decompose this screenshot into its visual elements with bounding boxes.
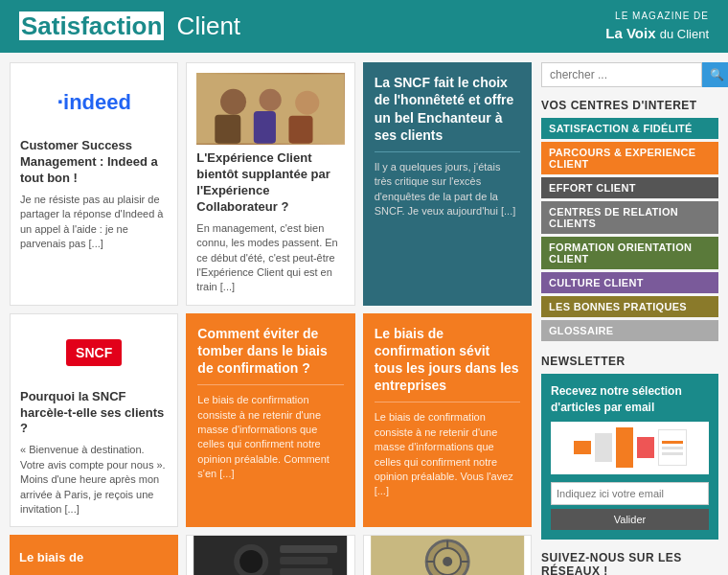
card-biais-2[interactable]: Le biais de confirmation sévit tous les … xyxy=(363,313,532,528)
newsletter-desc: Recevez notre sélection d'articles par e… xyxy=(551,383,709,416)
interest-culture[interactable]: CULTURE CLIENT xyxy=(541,272,718,293)
svg-rect-10 xyxy=(280,545,337,553)
magazine-de-text: LE MAGAZINE DE xyxy=(605,10,709,23)
svg-rect-4 xyxy=(216,115,241,144)
card-sncf-honnete[interactable]: La SNCF fait le choix de l'honnêteté et … xyxy=(363,62,532,306)
card-biais2-excerpt: Le biais de confirmation consiste à ne r… xyxy=(375,410,520,498)
header-magazine-label: LE MAGAZINE DE La Voix du Client xyxy=(605,10,709,43)
card-photo-dark[interactable] xyxy=(186,535,354,575)
site-header: Satisfaction Client LE MAGAZINE DE La Vo… xyxy=(0,0,728,53)
sncf-logo-text: SNCF xyxy=(66,339,122,366)
svg-rect-6 xyxy=(289,116,313,144)
svg-point-1 xyxy=(220,89,246,115)
card-sncf-excerpt: « Bienvenue à destination. Votre avis co… xyxy=(20,443,168,517)
indeed-logo-text: ·indeed xyxy=(57,88,131,115)
svg-point-2 xyxy=(260,89,282,111)
reseaux-title: SUIVEZ-NOUS SUR LES RÉSEAUX ! xyxy=(541,551,718,575)
content-grid: ·indeed Customer Success Management : In… xyxy=(10,62,532,575)
card-biais1-excerpt: Le biais de confirmation consiste à ne r… xyxy=(197,393,343,481)
main-wrapper: ·indeed Customer Success Management : In… xyxy=(0,53,728,575)
card-indeed[interactable]: ·indeed Customer Success Management : In… xyxy=(10,62,178,306)
card-collab-excerpt: En management, c'est bien connu, les mod… xyxy=(196,221,344,295)
svg-rect-5 xyxy=(254,111,276,144)
interest-satisfaction[interactable]: SATISFACTION & FIDÉLITÉ xyxy=(541,118,718,139)
voix-du-client: La Voix du Client xyxy=(605,23,709,43)
newsletter-box: Recevez notre sélection d'articles par e… xyxy=(541,374,718,540)
indeed-logo: ·indeed xyxy=(20,73,168,130)
svg-rect-11 xyxy=(280,557,328,564)
interest-parcours[interactable]: PARCOURS & EXPERIENCE CLIENT xyxy=(541,142,718,174)
search-bar: 🔍 xyxy=(541,62,718,87)
svg-point-9 xyxy=(239,550,262,573)
svg-point-16 xyxy=(443,557,452,566)
centres-section-title: VOS CENTRES D'INTERET xyxy=(541,99,718,112)
interest-bonnes-pratiques[interactable]: LES BONNES PRATIQUES xyxy=(541,296,718,317)
newsletter-section-title: NEWSLETTER xyxy=(541,355,718,368)
card-divider xyxy=(375,151,520,152)
card-sncf-title: Pourquoi la SNCF harcèle-t-elle ses clie… xyxy=(20,389,168,438)
card-collab-title: L'Expérience Client bientôt supplantée p… xyxy=(196,150,344,216)
newsletter-submit-button[interactable]: Valider xyxy=(551,509,709,530)
logo-client-text: Client xyxy=(175,12,242,40)
nl-bar-4 xyxy=(637,437,654,458)
interest-formation[interactable]: FORMATION ORIENTATION CLIENT xyxy=(541,237,718,269)
card-sncf-harce[interactable]: SNCF Pourquoi la SNCF harcèle-t-elle ses… xyxy=(10,313,178,528)
newsletter-email-input[interactable] xyxy=(551,482,709,505)
card-biais-bottom[interactable]: Le biais de xyxy=(10,535,178,575)
voix-bold: Voix xyxy=(626,25,656,41)
card-divider xyxy=(375,402,520,402)
du-client-text: du Client xyxy=(660,27,709,41)
interest-centres-relation[interactable]: CENTRES DE RELATION CLIENTS xyxy=(541,201,718,234)
logo-satisfaction[interactable]: Satisfaction Client xyxy=(19,12,242,40)
card-photo-instrument[interactable] xyxy=(363,535,532,575)
nl-bar-1 xyxy=(574,441,591,454)
search-input[interactable] xyxy=(541,62,702,87)
nl-line-2 xyxy=(662,447,683,449)
nl-line-1 xyxy=(662,441,683,444)
nl-line-3 xyxy=(662,452,683,455)
newsletter-image xyxy=(551,422,709,474)
interest-items-list: SATISFACTION & FIDÉLITÉ PARCOURS & EXPER… xyxy=(541,118,718,341)
card-biais1-title: Comment éviter de tomber dans le biais d… xyxy=(197,325,343,378)
card-indeed-title: Customer Success Management : Indeed a t… xyxy=(20,138,168,187)
sncf-logo-wrap: SNCF xyxy=(20,324,168,381)
card-honnete-title: La SNCF fait le choix de l'honnêteté et … xyxy=(375,74,520,144)
search-button[interactable]: 🔍 xyxy=(702,62,728,87)
card-indeed-excerpt: Je ne résiste pas au plaisir de partager… xyxy=(20,193,168,252)
card-biais-1[interactable]: Comment éviter de tomber dans le biais d… xyxy=(186,313,354,528)
card-divider xyxy=(197,384,343,385)
card-biais-bottom-title: Le biais de xyxy=(19,550,83,566)
interest-glossaire[interactable]: GLOSSAIRE xyxy=(541,320,718,341)
svg-rect-12 xyxy=(280,568,332,575)
nl-bar-2 xyxy=(595,433,612,462)
sidebar: 🔍 VOS CENTRES D'INTERET SATISFACTION & F… xyxy=(541,62,718,575)
nl-bar-3 xyxy=(616,427,633,468)
logo-satisfaction-text: Satisfaction xyxy=(19,12,164,40)
people-photo xyxy=(196,73,344,145)
nl-envelope xyxy=(658,429,687,466)
interest-effort[interactable]: EFFORT CLIENT xyxy=(541,177,718,198)
la-text: La xyxy=(605,25,623,41)
card-experience-collab[interactable]: L'Expérience Client bientôt supplantée p… xyxy=(186,62,354,306)
card-honnete-excerpt: Il y a quelques jours, j'étais très crit… xyxy=(375,160,520,219)
header-logo: Satisfaction Client xyxy=(19,12,242,41)
svg-point-3 xyxy=(296,91,320,115)
reseaux-section: SUIVEZ-NOUS SUR LES RÉSEAUX ! in xyxy=(541,551,718,575)
card-biais2-title: Le biais de confirmation sévit tous les … xyxy=(375,325,520,395)
